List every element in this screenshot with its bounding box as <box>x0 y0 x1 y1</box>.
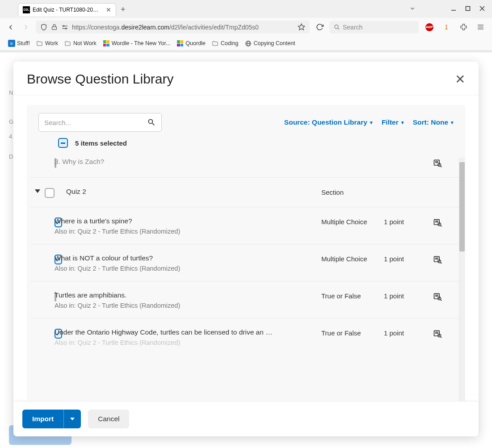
tab-list-chevron-icon[interactable] <box>406 3 419 14</box>
svg-line-13 <box>338 28 340 29</box>
extensions-puzzle-icon[interactable] <box>457 23 470 31</box>
question-points: 1 point <box>384 254 433 263</box>
browser-tab[interactable]: D2L Edit Quiz - TURT1080-20W-Sec5 ✕ <box>18 3 116 16</box>
question-points: 1 point <box>384 291 433 300</box>
question-title: Turtles are amphibians. <box>55 291 273 299</box>
question-title: 3. Why is Zach? <box>55 158 273 166</box>
bookmark-wordle[interactable]: Wordle - The New Yor... <box>100 38 173 49</box>
section-row: Quiz 2 Section <box>30 178 459 207</box>
tab-bar: D2L Edit Quiz - TURT1080-20W-Sec5 ✕ + <box>0 0 492 18</box>
question-type: Multiple Choice <box>321 254 384 263</box>
question-points: 1 point <box>384 217 433 226</box>
svg-point-6 <box>65 28 67 29</box>
modal-header: Browse Question Library ✕ <box>13 62 479 95</box>
address-bar[interactable]: https://conestoga.desire2learn.com/d2l/l… <box>36 21 310 33</box>
question-type: Multiple Choice <box>321 217 384 226</box>
selection-summary-row: 5 items selected <box>38 132 454 150</box>
svg-line-24 <box>441 166 442 167</box>
select-all-checkbox[interactable] <box>58 138 68 148</box>
menu-hamburger-icon[interactable] <box>474 23 487 31</box>
new-tab-button[interactable]: + <box>121 5 126 14</box>
tab-title: Edit Quiz - TURT1080-20W-Sec5 <box>33 7 103 13</box>
question-meta: Also in: Quiz 2 - Turtle Ethics (Randomi… <box>55 265 321 272</box>
preview-icon[interactable] <box>433 292 451 301</box>
browse-question-library-modal: Browse Question Library ✕ Source: Questi… <box>13 62 479 436</box>
browser-chrome: D2L Edit Quiz - TURT1080-20W-Sec5 ✕ + <box>0 0 492 51</box>
question-title: What is NOT a colour of turtles? <box>55 254 273 262</box>
nav-bar: https://conestoga.desire2learn.com/d2l/l… <box>0 18 492 36</box>
svg-line-44 <box>441 337 442 338</box>
bookmark-quordle[interactable]: Quordle <box>174 38 208 49</box>
import-split-button: Import <box>22 410 81 428</box>
filter-dropdown[interactable]: Filter▾ <box>382 118 404 126</box>
browser-search-box[interactable]: Search <box>329 21 419 33</box>
source-dropdown[interactable]: Source: Question Library▾ <box>284 118 373 126</box>
forward-button[interactable] <box>21 22 31 33</box>
question-type: True or False <box>321 291 384 300</box>
section-checkbox[interactable] <box>45 188 55 198</box>
svg-point-12 <box>335 25 338 28</box>
sort-dropdown[interactable]: Sort: None▾ <box>413 118 454 126</box>
preview-icon[interactable] <box>433 218 451 227</box>
question-list-scroll[interactable]: 3. Why is Zach? Quiz 2 Section Wher <box>30 158 462 354</box>
svg-line-34 <box>441 263 442 264</box>
lock-icon[interactable] <box>51 24 58 30</box>
search-field[interactable] <box>38 113 162 132</box>
bookmark-work[interactable]: Work <box>34 38 61 49</box>
preview-icon[interactable] <box>433 255 451 264</box>
import-dropdown-caret[interactable] <box>63 410 81 428</box>
question-row: 3. Why is Zach? <box>30 158 459 178</box>
favicon: D2L <box>23 6 30 13</box>
bookmark-stuff[interactable]: ≡Stuff! <box>5 38 33 49</box>
svg-rect-4 <box>52 27 57 29</box>
search-icon <box>334 24 340 30</box>
search-input[interactable] <box>44 119 147 126</box>
question-points: 1 point <box>384 328 433 337</box>
permissions-icon[interactable] <box>61 24 68 31</box>
question-row: Under the Ontario Highway Code, turtles … <box>30 318 459 354</box>
reload-button[interactable] <box>314 22 325 33</box>
scrollbar-track[interactable] <box>459 158 465 401</box>
question-list: 3. Why is Zach? Quiz 2 Section Wher <box>27 158 465 401</box>
maximize-button[interactable] <box>462 3 474 14</box>
url-text: https://conestoga.desire2learn.com/d2l/l… <box>72 24 294 31</box>
svg-point-5 <box>63 25 64 27</box>
question-row: Turtles are amphibians. Also in: Quiz 2 … <box>30 281 459 318</box>
scrollbar-thumb[interactable] <box>459 162 465 251</box>
bookmark-coding[interactable]: Coding <box>209 38 241 49</box>
section-title: Quiz 2 <box>66 188 321 196</box>
question-meta: Also in: Quiz 2 - Turtle Ethics (Randomi… <box>55 228 321 235</box>
cancel-button[interactable]: Cancel <box>88 410 129 428</box>
question-type: True or False <box>321 328 384 337</box>
expand-caret-icon[interactable] <box>35 189 40 193</box>
bookmarks-bar: ≡Stuff! Work Not Work Wordle - The New Y… <box>0 36 492 51</box>
import-button[interactable]: Import <box>22 410 63 428</box>
svg-line-39 <box>441 300 442 301</box>
modal-title: Browse Question Library <box>27 71 173 87</box>
preview-icon[interactable] <box>433 159 451 167</box>
back-button[interactable] <box>5 22 16 33</box>
question-row: Where is a turtle's spine? Also in: Quiz… <box>30 207 459 244</box>
bookmark-not-work[interactable]: Not Work <box>62 38 99 49</box>
question-meta: Also in: Quiz 2 - Turtle Ethics (Randomi… <box>55 339 321 346</box>
search-submit-button[interactable] <box>147 118 156 127</box>
question-title: Under the Ontario Highway Code, turtles … <box>55 328 273 336</box>
modal-footer: Import Cancel <box>13 401 479 436</box>
extension-icon[interactable] <box>440 24 453 31</box>
modal-close-button[interactable]: ✕ <box>455 72 465 87</box>
preview-icon[interactable] <box>433 329 451 338</box>
selection-count-text: 5 items selected <box>75 139 127 147</box>
svg-line-29 <box>441 226 442 227</box>
abp-icon[interactable]: ABP <box>423 23 436 31</box>
close-window-button[interactable] <box>476 3 488 14</box>
bookmark-copying-content[interactable]: Copying Content <box>242 38 298 49</box>
modal-body: Source: Question Library▾ Filter▾ Sort: … <box>13 95 479 401</box>
section-type: Section <box>321 188 384 196</box>
minimize-button[interactable] <box>447 3 460 14</box>
window-controls <box>406 3 488 14</box>
controls-container: Source: Question Library▾ Filter▾ Sort: … <box>27 105 465 158</box>
close-tab-icon[interactable]: ✕ <box>106 6 111 13</box>
shield-icon[interactable] <box>40 24 47 31</box>
question-title: Where is a turtle's spine? <box>55 217 273 225</box>
bookmark-star-icon[interactable] <box>298 23 305 31</box>
